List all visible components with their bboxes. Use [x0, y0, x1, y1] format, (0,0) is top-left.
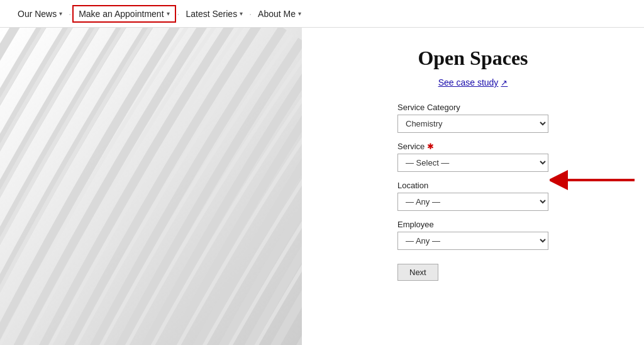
employee-select[interactable]: — Any —	[397, 232, 548, 250]
service-select[interactable]: — Select —	[397, 154, 548, 172]
chevron-down-icon: ▾	[59, 10, 62, 17]
service-category-label: Service Category	[397, 103, 548, 112]
external-link-icon: ↗	[501, 78, 508, 88]
appointment-form: Service Category Chemistry Biology Physi…	[397, 103, 548, 281]
nav-separator: ·	[69, 9, 71, 19]
navigation: Our News ▾ · Make an Appointment ▾ · Lat…	[0, 0, 644, 28]
case-study-link[interactable]: See case study ↗	[438, 77, 508, 88]
chevron-down-icon: ▾	[298, 10, 301, 17]
page-title: Open Spaces	[418, 47, 528, 70]
red-arrow-annotation	[550, 167, 638, 195]
service-category-select[interactable]: Chemistry Biology Physics	[397, 115, 548, 133]
nav-separator-3: ·	[249, 9, 252, 19]
location-select[interactable]: — Any —	[397, 193, 548, 211]
employee-label: Employee	[397, 220, 548, 229]
chevron-down-icon: ▾	[240, 10, 243, 17]
nav-about-me[interactable]: About Me ▾	[253, 6, 306, 21]
service-group: Service ✱ — Select —	[397, 142, 548, 172]
required-indicator: ✱	[427, 142, 434, 151]
location-group: Location — Any —	[397, 181, 548, 211]
service-label: Service ✱	[397, 142, 548, 151]
next-button[interactable]: Next	[397, 264, 438, 281]
nav-separator-2: ·	[177, 9, 180, 19]
hero-image	[0, 28, 302, 345]
red-arrow-icon	[550, 167, 638, 193]
service-category-group: Service Category Chemistry Biology Physi…	[397, 103, 548, 133]
nav-latest-series[interactable]: Latest Series ▾	[180, 6, 248, 21]
chevron-down-icon: ▾	[167, 10, 170, 17]
location-label: Location	[397, 181, 548, 190]
employee-group: Employee — Any —	[397, 220, 548, 250]
right-panel: Open Spaces See case study ↗ Service Cat…	[302, 28, 644, 345]
nav-make-appointment[interactable]: Make an Appointment ▾	[72, 5, 175, 23]
main-content: Open Spaces See case study ↗ Service Cat…	[0, 28, 644, 345]
nav-our-news[interactable]: Our News ▾	[13, 6, 67, 21]
